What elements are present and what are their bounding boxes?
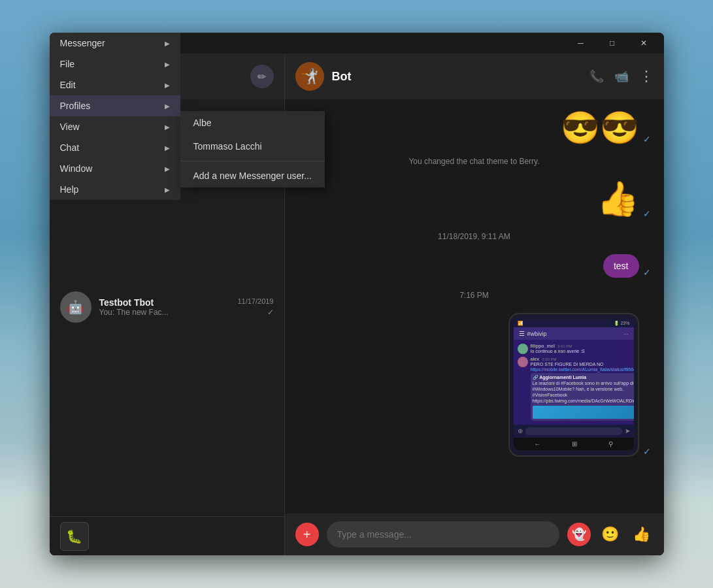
compose-button[interactable]: ✏ xyxy=(250,65,274,88)
chevron-right-icon: ▶ xyxy=(165,186,170,193)
chat-info: Testbot Tbot You: The new Fac... xyxy=(99,297,230,317)
chat-header: 🤺 Bot 📞 📹 ⋮ xyxy=(285,54,664,99)
list-item[interactable]: 🤖 Testbot Tbot You: The new Fac... 11/17… xyxy=(50,285,284,329)
phone-message: filippo_mol 3:41 PM Io continuo a non av… xyxy=(518,344,630,354)
sidebar: 🦊 Messenger ✏ Messenger ▶ File ▶ Edit xyxy=(50,54,285,555)
phone-avatar xyxy=(518,344,528,354)
chevron-right-icon: ▶ xyxy=(165,82,170,89)
message-check-icon: ✓ xyxy=(643,135,651,144)
chat-contact-name: Bot xyxy=(332,70,582,84)
phone-input-bar: ⊕ ➤ xyxy=(514,425,634,438)
message-input[interactable] xyxy=(327,521,559,547)
thumbsup-emoji: 👍 xyxy=(597,179,639,219)
phone-top-bar: ☰ #wbivip ··· xyxy=(514,327,634,340)
menu-item-profiles[interactable]: Profiles ▶ xyxy=(50,95,180,116)
chevron-right-icon: ▶ xyxy=(165,103,170,110)
message-input-area: + 👻 🙂 👍 xyxy=(285,514,664,555)
add-new-user[interactable]: Add a new Messenger user... xyxy=(180,164,325,188)
phone-message: alex 3:30 PM PERO STE FIGURE DI MERDA NO… xyxy=(518,357,630,420)
message-emoji-right: 😎😎 ✓ xyxy=(298,112,651,144)
messages-area: 😎😎 ✓ You changed the chat theme to Berry… xyxy=(285,99,664,514)
chevron-right-icon: ▶ xyxy=(165,165,170,172)
main-content: 🦊 Messenger ✏ Messenger ▶ File ▶ Edit xyxy=(50,54,664,555)
phone-msg-user: filippo_mol xyxy=(531,344,555,348)
menu-item-edit[interactable]: Edit ▶ xyxy=(50,74,180,95)
message-thumbsup: 👍 ✓ xyxy=(298,179,651,219)
message-check-icon: ✓ xyxy=(643,446,651,457)
like-button[interactable]: 👍 xyxy=(630,523,654,546)
title-bar-controls: ─ □ ✕ xyxy=(566,33,659,54)
minimize-button[interactable]: ─ xyxy=(566,33,596,54)
phone-card-image xyxy=(533,406,634,419)
message-bubble-right: test ✓ xyxy=(298,254,651,278)
message-emoji-content: 😎😎 xyxy=(561,112,639,144)
submenu-divider xyxy=(180,161,325,161)
chevron-right-icon: ▶ xyxy=(165,123,170,131)
chat-preview: You: The new Fac... xyxy=(99,308,230,317)
video-call-button[interactable]: 📹 xyxy=(614,69,629,84)
message-screenshot: 📶 🔋 23% ☰ #wbivip ··· xyxy=(298,313,651,457)
chat-contact-avatar: 🤺 xyxy=(295,62,324,91)
timestamp-2: 7:16 PM xyxy=(298,291,651,300)
phone-card: 🔗 Aggiornamenti Lumia Le reazioni di #Fa… xyxy=(531,373,634,420)
chevron-right-icon: ▶ xyxy=(165,144,170,152)
phone-screenshot: 📶 🔋 23% ☰ #wbivip ··· xyxy=(508,313,639,457)
menu-item-help[interactable]: Help ▶ xyxy=(50,179,180,200)
sidebar-bottom: 🐛 xyxy=(50,516,284,555)
smile-emoji-button[interactable]: 🙂 xyxy=(599,523,622,546)
menu-item-chat[interactable]: Chat ▶ xyxy=(50,137,180,158)
chat-check-icon: ✓ xyxy=(267,308,274,317)
chat-list: 🤖 Testbot Tbot You: The new Fac... 11/17… xyxy=(50,285,284,516)
message-check-icon: ✓ xyxy=(643,267,651,278)
menu-item-file[interactable]: File ▶ xyxy=(50,54,180,74)
phone-msg-user: alex xyxy=(531,357,540,361)
close-button[interactable]: ✕ xyxy=(629,33,659,54)
add-attachment-button[interactable]: + xyxy=(295,523,319,546)
maximize-button[interactable]: □ xyxy=(597,33,627,54)
menu-container: Messenger ▶ File ▶ Edit ▶ Profiles ▶ Vie… xyxy=(50,54,180,200)
phone-channel: #wbivip xyxy=(527,331,621,337)
timestamp-1: 11/18/2019, 9:11 AM xyxy=(298,232,651,241)
more-options-button[interactable]: ⋮ xyxy=(639,68,654,85)
phone-avatar xyxy=(518,357,528,367)
home-button[interactable]: ⊞ xyxy=(572,440,577,448)
message-check-icon: ✓ xyxy=(643,208,651,219)
chat-time: 11/17/2019 xyxy=(237,297,273,305)
menu-item-view[interactable]: View ▶ xyxy=(50,116,180,137)
search-button[interactable]: ⚲ xyxy=(608,440,613,448)
chat-name: Testbot Tbot xyxy=(99,297,230,308)
menu-item-window[interactable]: Window ▶ xyxy=(50,158,180,179)
ghost-emoji-button[interactable]: 👻 xyxy=(567,523,591,546)
profile-tommaso[interactable]: Tommaso Lacchi xyxy=(180,135,325,158)
phone-bottom-nav: ← ⊞ ⚲ xyxy=(514,438,634,450)
avatar: 🤖 xyxy=(60,291,91,323)
theme-change-notice: You changed the chat theme to Berry. xyxy=(298,157,651,166)
chat-panel: 🤺 Bot 📞 📹 ⋮ 😎😎 ✓ You changed the chat th… xyxy=(285,54,664,555)
phone-msg-text: Io continuo a non averie :S xyxy=(531,348,630,354)
profiles-submenu: Albe Tommaso Lacchi Add a new Messenger … xyxy=(180,111,325,188)
back-button[interactable]: ← xyxy=(534,440,540,448)
chevron-right-icon: ▶ xyxy=(165,61,170,68)
app-window: ─ □ ✕ 🦊 Messenger ✏ Messenger ▶ xyxy=(50,33,664,555)
phone-inner: 📶 🔋 23% ☰ #wbivip ··· xyxy=(514,319,634,450)
profile-albe[interactable]: Albe xyxy=(180,111,325,135)
message-bubble: test xyxy=(603,254,639,278)
chat-meta: 11/17/2019 ✓ xyxy=(237,297,273,317)
phone-call-button[interactable]: 📞 xyxy=(589,69,604,84)
bug-button[interactable]: 🐛 xyxy=(60,522,89,551)
chat-header-actions: 📞 📹 ⋮ xyxy=(589,68,654,85)
phone-messages: filippo_mol 3:41 PM Io continuo a non av… xyxy=(514,340,634,425)
